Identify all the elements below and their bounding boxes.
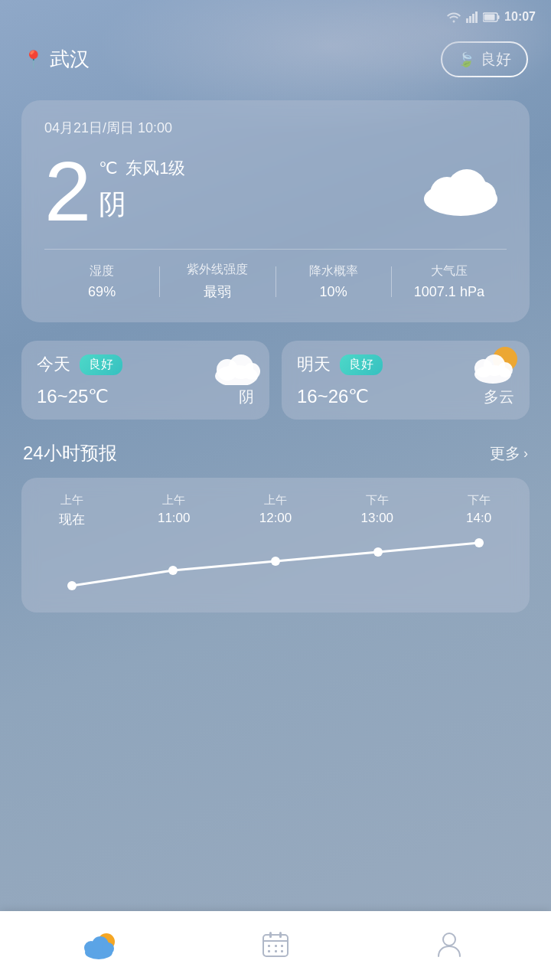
- leaf-icon: 🍃: [458, 51, 474, 68]
- more-label: 更多: [490, 443, 520, 464]
- status-bar: 10:07: [0, 0, 551, 34]
- today-temp: 16~25℃: [37, 386, 109, 407]
- more-button[interactable]: 更多 ›: [490, 443, 528, 464]
- temp-unit: ℃: [99, 158, 118, 178]
- location-area[interactable]: 📍 武汉: [23, 46, 90, 73]
- period-1: 上午: [162, 493, 185, 508]
- rain-stat: 降水概率 10%: [276, 263, 391, 300]
- tomorrow-bottom: 16~26℃ 多云: [297, 385, 514, 407]
- temperature-chart: [21, 528, 530, 605]
- status-time: 10:07: [504, 10, 536, 24]
- today-bottom: 16~25℃ 阴: [37, 385, 254, 407]
- period-3: 下午: [366, 493, 389, 508]
- rain-value: 10%: [320, 284, 347, 300]
- svg-point-22: [271, 557, 280, 566]
- hourly-col-0: 上午 现在: [21, 493, 123, 528]
- hourly-col-1: 上午 11:00: [123, 493, 225, 528]
- today-day: 今天: [37, 353, 70, 376]
- hourly-col-4: 下午 14:0: [428, 493, 530, 528]
- location-text: 武汉: [50, 46, 90, 73]
- section-header: 24小时预报 更多 ›: [0, 441, 551, 466]
- battery-icon: [483, 12, 500, 22]
- uv-label: 紫外线强度: [187, 262, 248, 278]
- location-icon: 📍: [23, 50, 44, 70]
- nav-item-calendar[interactable]: [189, 929, 363, 962]
- svg-rect-2: [472, 14, 474, 23]
- svg-rect-35: [275, 945, 277, 947]
- svg-point-24: [474, 538, 484, 547]
- svg-point-23: [373, 547, 383, 557]
- weather-main: 2 ℃ 东风1级 阴: [44, 149, 507, 234]
- forecast-row: 今天 良好 16~25℃ 阴 明天 良好 16~26℃: [21, 341, 530, 420]
- svg-rect-38: [275, 950, 277, 952]
- weather-description: 阴: [99, 186, 185, 224]
- nav-item-weather[interactable]: [15, 929, 189, 962]
- svg-point-10: [468, 181, 496, 209]
- period-2: 上午: [264, 493, 287, 508]
- bottom-nav: [0, 911, 551, 980]
- pressure-label: 大气压: [431, 263, 468, 279]
- today-weather: 阴: [239, 387, 254, 407]
- svg-rect-31: [269, 932, 272, 938]
- today-quality: 良好: [80, 354, 122, 375]
- tomorrow-weather-icon: [471, 345, 523, 388]
- humidity-value: 69%: [88, 284, 116, 300]
- svg-rect-37: [268, 950, 270, 952]
- pressure-value: 1007.1 hPa: [414, 284, 484, 300]
- hourly-card: 上午 现在 上午 11:00 上午 12:00 下午 13:00 下午 14:0: [21, 478, 530, 612]
- card-date: 04月21日/周日 10:00: [44, 119, 507, 137]
- tomorrow-quality: 良好: [340, 354, 383, 375]
- humidity-label: 湿度: [90, 263, 114, 279]
- top-bar: 📍 武汉 🍃 良好: [0, 34, 551, 85]
- svg-rect-1: [469, 16, 471, 23]
- time-2: 12:00: [259, 511, 292, 526]
- air-quality-text: 良好: [481, 49, 511, 70]
- hourly-title: 24小时预报: [23, 441, 117, 466]
- svg-point-20: [67, 581, 77, 590]
- time-0: 现在: [59, 511, 85, 528]
- time-3: 13:00: [361, 511, 394, 526]
- time-1: 11:00: [158, 511, 191, 526]
- air-quality-badge[interactable]: 🍃 良好: [441, 41, 528, 77]
- svg-point-29: [102, 942, 114, 955]
- signal-icon: [466, 11, 478, 23]
- svg-rect-39: [281, 950, 283, 952]
- humidity-stat: 湿度 69%: [44, 263, 159, 300]
- nav-profile-icon: [434, 929, 465, 962]
- svg-point-21: [168, 566, 178, 575]
- wifi-icon: [446, 11, 461, 23]
- time-4: 14:0: [466, 511, 491, 526]
- period-4: 下午: [468, 493, 491, 508]
- hourly-col-2: 上午 12:00: [225, 493, 327, 528]
- period-0: 上午: [60, 493, 83, 508]
- cloud-icon-main: [415, 157, 507, 221]
- rain-label: 降水概率: [309, 263, 358, 279]
- chevron-right-icon: ›: [523, 446, 528, 462]
- nav-calendar-icon: [260, 929, 291, 962]
- svg-point-40: [443, 933, 455, 946]
- tomorrow-weather: 多云: [484, 387, 514, 407]
- svg-rect-3: [475, 11, 478, 23]
- nav-item-profile[interactable]: [362, 929, 536, 962]
- svg-point-19: [497, 362, 513, 377]
- svg-rect-6: [484, 14, 495, 20]
- wind-info: 东风1级: [126, 157, 185, 180]
- main-weather-card: 04月21日/周日 10:00 2 ℃ 东风1级 阴 湿度: [21, 100, 530, 322]
- svg-point-14: [243, 363, 260, 380]
- hourly-table: 上午 现在 上午 11:00 上午 12:00 下午 13:00 下午 14:0: [21, 493, 530, 528]
- svg-rect-0: [466, 18, 468, 23]
- tomorrow-temp: 16~26℃: [297, 386, 369, 407]
- svg-rect-5: [498, 15, 500, 19]
- svg-rect-36: [281, 945, 283, 947]
- uv-value: 最弱: [204, 283, 231, 301]
- pressure-stat: 大气压 1007.1 hPa: [392, 263, 507, 300]
- hourly-col-3: 下午 13:00: [326, 493, 428, 528]
- tomorrow-card[interactable]: 明天 良好 16~26℃ 多云: [282, 341, 530, 420]
- stats-row: 湿度 69% 紫外线强度 最弱 降水概率 10% 大气压 1007.1 hPa: [44, 249, 507, 301]
- today-cloud-icon: [212, 348, 262, 388]
- temp-unit-wind: ℃ 东风1级: [99, 157, 185, 180]
- temperature: 2: [44, 149, 91, 234]
- svg-rect-34: [268, 945, 270, 947]
- today-card[interactable]: 今天 良好 16~25℃ 阴: [21, 341, 269, 420]
- tomorrow-day: 明天: [297, 353, 331, 376]
